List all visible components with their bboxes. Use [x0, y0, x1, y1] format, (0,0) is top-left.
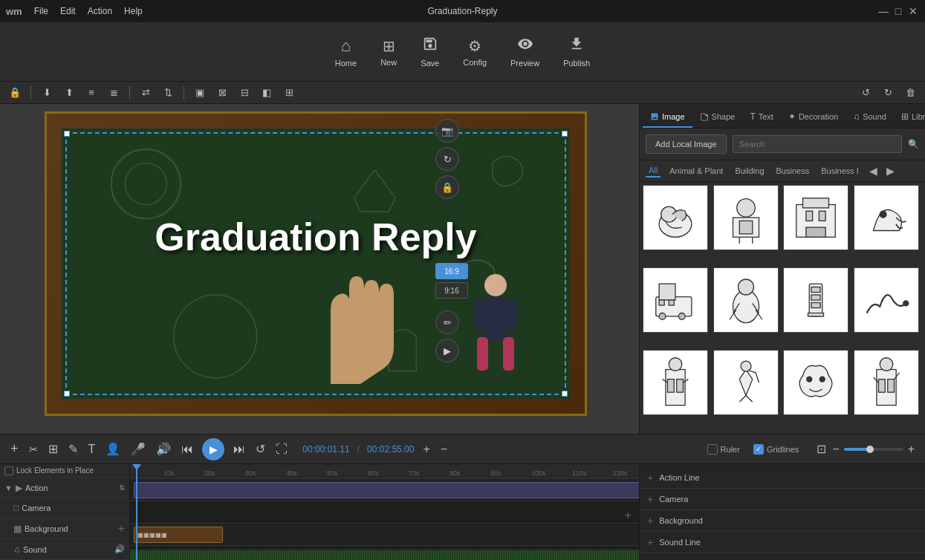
- ratio-16-9[interactable]: 16:9: [435, 263, 468, 279]
- action-clip[interactable]: [134, 482, 639, 498]
- bg-clip[interactable]: ▦▦▦▦▦: [134, 527, 223, 543]
- add-track-icon[interactable]: +: [9, 440, 20, 458]
- ratio-9-16[interactable]: 9:16: [435, 282, 468, 299]
- lock-elements-check[interactable]: Lock Elements in Place: [0, 464, 129, 478]
- image-item-9[interactable]: [643, 350, 708, 415]
- menu-help[interactable]: Help: [124, 6, 143, 16]
- audio-icon[interactable]: 🔊: [155, 440, 172, 458]
- cat-animal[interactable]: Animal & Plant: [666, 165, 726, 177]
- image-item-6[interactable]: [713, 267, 779, 333]
- tab-shape[interactable]: Shape: [692, 107, 743, 128]
- preview-icon: [517, 36, 533, 56]
- cat-prev-icon[interactable]: ◀: [868, 163, 879, 178]
- svg-rect-40: [677, 380, 684, 393]
- align-left-icon[interactable]: ◧: [258, 84, 276, 102]
- redo-icon[interactable]: ↻: [879, 84, 897, 102]
- image-item-4[interactable]: [854, 185, 919, 250]
- cat-next-icon[interactable]: ▶: [885, 163, 896, 178]
- menu-file[interactable]: File: [34, 6, 48, 16]
- close-button[interactable]: ✕: [907, 5, 919, 17]
- image-item-12[interactable]: [854, 350, 919, 415]
- group-icon[interactable]: ▣: [191, 84, 209, 102]
- cat-business-i[interactable]: Business I: [818, 165, 862, 177]
- tab-library[interactable]: ⊞ Library: [894, 107, 925, 128]
- toolbar-home[interactable]: ⌂ Home: [335, 36, 357, 68]
- align-right-icon[interactable]: ≣: [105, 84, 123, 102]
- rt-camera[interactable]: + Camera: [640, 489, 925, 510]
- distribute-h-icon[interactable]: ⊟: [236, 84, 253, 102]
- undo-icon[interactable]: ↺: [857, 84, 874, 102]
- menu-edit[interactable]: Edit: [60, 6, 76, 16]
- minimize-button[interactable]: —: [877, 5, 889, 17]
- align-top-icon[interactable]: ⬆: [60, 84, 78, 102]
- ungroup-icon[interactable]: ⊠: [213, 84, 231, 102]
- align-bottom-icon[interactable]: ⬇: [38, 84, 56, 102]
- tab-text[interactable]: T Text: [742, 107, 781, 128]
- rt-sound-line[interactable]: + Sound Line: [640, 532, 925, 553]
- ruler-check[interactable]: Ruler: [707, 444, 740, 455]
- toolbar-config[interactable]: ⚙ Config: [463, 37, 487, 67]
- rt-action-line[interactable]: + Action Line: [640, 467, 925, 489]
- zoom-slider[interactable]: [844, 448, 903, 451]
- split-icon[interactable]: ✂: [27, 442, 39, 457]
- maximize-button[interactable]: □: [892, 5, 904, 17]
- camera-button[interactable]: 📷: [435, 119, 459, 143]
- image-item-2[interactable]: [713, 185, 779, 250]
- add-local-image-button[interactable]: Add Local Image: [646, 134, 727, 154]
- flip-v-icon[interactable]: ⇅: [159, 84, 177, 102]
- image-item-10[interactable]: [713, 350, 779, 415]
- image-item-3[interactable]: [783, 185, 848, 250]
- add-camera-clip[interactable]: +: [625, 509, 632, 522]
- tab-decoration[interactable]: ✦ Decoration: [781, 107, 846, 128]
- image-item-8[interactable]: [854, 267, 919, 333]
- lock-icon[interactable]: 🔒: [6, 84, 24, 102]
- rt-background[interactable]: + Background: [640, 510, 925, 532]
- loop-icon[interactable]: ↺: [254, 440, 267, 458]
- add-bg-clip[interactable]: +: [118, 522, 125, 535]
- zoom-in-icon[interactable]: +: [906, 441, 916, 458]
- image-item-1[interactable]: [643, 185, 708, 250]
- delete-icon[interactable]: 🗑: [901, 84, 919, 102]
- svg-point-45: [819, 377, 825, 382]
- menu-action[interactable]: Action: [88, 6, 112, 16]
- add-time-icon[interactable]: +: [421, 441, 431, 458]
- toolbar-publish[interactable]: Publish: [563, 36, 590, 68]
- toolbar-preview[interactable]: Preview: [510, 36, 539, 68]
- track-volume-sound[interactable]: 🔊: [114, 544, 125, 554]
- gridlines-check[interactable]: ✓ Gridlines: [753, 444, 799, 455]
- cat-business[interactable]: Business: [773, 165, 813, 177]
- zoom-out-icon[interactable]: −: [831, 441, 840, 458]
- next-frame-button[interactable]: ▶: [435, 339, 459, 362]
- skip-back-icon[interactable]: ⏮: [180, 441, 195, 458]
- flip-h-icon[interactable]: ⇄: [137, 84, 155, 102]
- mic-icon[interactable]: 🎤: [129, 440, 147, 458]
- toolbar-new[interactable]: ⊞ New: [380, 37, 397, 67]
- image-item-11[interactable]: [783, 350, 848, 415]
- track-expand-action[interactable]: ▼: [4, 484, 13, 492]
- zoom-fit-icon[interactable]: ⊡: [815, 440, 828, 458]
- play-button[interactable]: ▶: [202, 438, 224, 460]
- rotate-button[interactable]: ↻: [435, 147, 459, 171]
- search-input[interactable]: [733, 135, 902, 153]
- track-sort-action[interactable]: ⇅: [119, 484, 125, 492]
- cat-building[interactable]: Building: [732, 165, 767, 177]
- person-icon[interactable]: 👤: [104, 440, 122, 458]
- add-clip-icon[interactable]: ⊞: [47, 440, 59, 458]
- image-item-5[interactable]: [643, 267, 708, 333]
- skip-forward-icon[interactable]: ⏭: [232, 441, 247, 458]
- align-center-icon[interactable]: ≡: [82, 84, 100, 102]
- fullscreen-icon[interactable]: ⛶: [274, 441, 289, 458]
- text-track-icon[interactable]: T: [87, 441, 97, 458]
- tab-sound[interactable]: ♫ Sound: [846, 107, 894, 128]
- edit-mode-icon[interactable]: ✎: [67, 440, 79, 458]
- edit-button[interactable]: ✏: [435, 310, 459, 334]
- toolbar-save[interactable]: Save: [421, 36, 439, 68]
- lock-canvas-button[interactable]: 🔒: [435, 175, 459, 199]
- image-item-7[interactable]: [783, 267, 848, 333]
- distribute-icon[interactable]: ⊞: [280, 84, 298, 102]
- svg-rect-48: [878, 380, 885, 393]
- save-icon: [422, 36, 438, 56]
- tab-image[interactable]: Image: [643, 107, 692, 128]
- cat-all[interactable]: All: [646, 164, 661, 178]
- sub-time-icon[interactable]: −: [439, 441, 449, 458]
